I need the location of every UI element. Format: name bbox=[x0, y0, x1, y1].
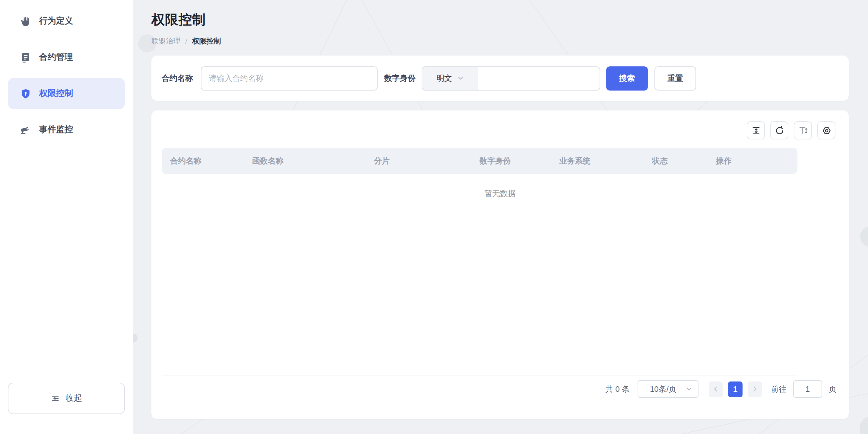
sidebar-nav: 行为定义 合约管理 bbox=[0, 0, 133, 145]
goto-page-input[interactable] bbox=[793, 380, 822, 398]
chevron-down-icon bbox=[457, 75, 464, 82]
sidebar-item-label: 合约管理 bbox=[39, 52, 73, 63]
breadcrumb: 联盟治理 / 权限控制 bbox=[151, 36, 849, 47]
sidebar-item-behavior-definition[interactable]: 行为定义 bbox=[8, 5, 125, 37]
reset-button[interactable]: 重置 bbox=[654, 66, 696, 90]
breadcrumb-current: 权限控制 bbox=[192, 36, 221, 47]
column-header-business-system: 业务系统 bbox=[551, 155, 644, 166]
pagination-bar: 共 0 条 10条/页 1 前 bbox=[605, 380, 837, 398]
next-page-button[interactable] bbox=[748, 381, 762, 397]
search-button[interactable]: 搜索 bbox=[606, 66, 648, 90]
column-header-actions: 操作 bbox=[708, 155, 798, 166]
breadcrumb-parent[interactable]: 联盟治理 bbox=[151, 36, 180, 47]
contract-icon bbox=[20, 52, 31, 63]
column-header-function-name: 函数名称 bbox=[244, 155, 366, 166]
app-window: 行为定义 合约管理 bbox=[0, 0, 868, 434]
column-header-digital-identity: 数字身份 bbox=[471, 155, 551, 166]
sidebar-item-label: 事件监控 bbox=[39, 124, 73, 135]
identity-mode-select[interactable]: 明文 bbox=[422, 67, 478, 90]
page-size-select[interactable]: 10条/页 bbox=[638, 380, 699, 398]
column-header-status: 状态 bbox=[644, 155, 708, 166]
chevron-down-icon bbox=[686, 386, 692, 392]
breadcrumb-separator: / bbox=[185, 37, 187, 46]
identity-mode-value: 明文 bbox=[436, 73, 452, 84]
goto-page-unit: 页 bbox=[829, 384, 837, 395]
collapse-button-label: 收起 bbox=[65, 393, 82, 404]
sidebar: 行为定义 合约管理 bbox=[0, 0, 133, 434]
contract-name-input[interactable] bbox=[201, 66, 378, 90]
camera-icon bbox=[20, 124, 31, 136]
shield-icon bbox=[20, 88, 31, 99]
sidebar-item-event-monitoring[interactable]: 事件监控 bbox=[8, 114, 125, 145]
pagination-total: 共 0 条 bbox=[605, 384, 630, 395]
page-title: 权限控制 bbox=[151, 11, 849, 29]
row-height-icon bbox=[751, 125, 761, 136]
table-body bbox=[162, 174, 798, 375]
page-number-button[interactable]: 1 bbox=[728, 381, 743, 397]
main-content: 权限控制 联盟治理 / 权限控制 合约名称 数字身份 明文 搜索 重置 bbox=[133, 0, 868, 434]
settings-icon bbox=[821, 125, 832, 136]
previous-page-button[interactable] bbox=[709, 381, 723, 397]
column-header-shard: 分片 bbox=[366, 155, 471, 166]
sidebar-item-contract-management[interactable]: 合约管理 bbox=[8, 42, 125, 73]
hand-icon bbox=[20, 16, 31, 27]
digital-identity-label: 数字身份 bbox=[384, 73, 415, 84]
font-size-button[interactable] bbox=[794, 121, 812, 139]
table-card: 合约名称 函数名称 分片 数字身份 业务系统 状态 操作 暂无数据 共 0 条 … bbox=[151, 111, 849, 419]
refresh-icon bbox=[774, 125, 784, 136]
digital-identity-input[interactable] bbox=[478, 67, 599, 90]
refresh-button[interactable] bbox=[770, 121, 788, 139]
chevron-right-icon bbox=[752, 386, 758, 392]
empty-state-text: 暂无数据 bbox=[151, 188, 849, 199]
search-filter-card: 合约名称 数字身份 明文 搜索 重置 bbox=[151, 56, 849, 101]
settings-button[interactable] bbox=[817, 121, 835, 139]
sidebar-collapse-button[interactable]: 收起 bbox=[8, 383, 125, 414]
row-height-button[interactable] bbox=[747, 121, 765, 139]
font-size-icon bbox=[798, 125, 808, 136]
column-header-contract-name: 合约名称 bbox=[162, 155, 244, 166]
collapse-menu-icon bbox=[50, 394, 60, 403]
digital-identity-input-group: 明文 bbox=[422, 66, 600, 90]
goto-page-label: 前往 bbox=[771, 384, 786, 395]
table-toolbar bbox=[747, 121, 835, 139]
data-table: 合约名称 函数名称 分片 数字身份 业务系统 状态 操作 bbox=[162, 148, 798, 375]
table-header-row: 合约名称 函数名称 分片 数字身份 业务系统 状态 操作 bbox=[162, 148, 798, 174]
sidebar-item-permission-control[interactable]: 权限控制 bbox=[8, 78, 125, 109]
chevron-left-icon bbox=[712, 386, 719, 392]
sidebar-item-label: 权限控制 bbox=[39, 88, 73, 99]
sidebar-item-label: 行为定义 bbox=[39, 16, 73, 27]
page-size-value: 10条/页 bbox=[638, 384, 686, 395]
contract-name-label: 合约名称 bbox=[162, 73, 193, 84]
